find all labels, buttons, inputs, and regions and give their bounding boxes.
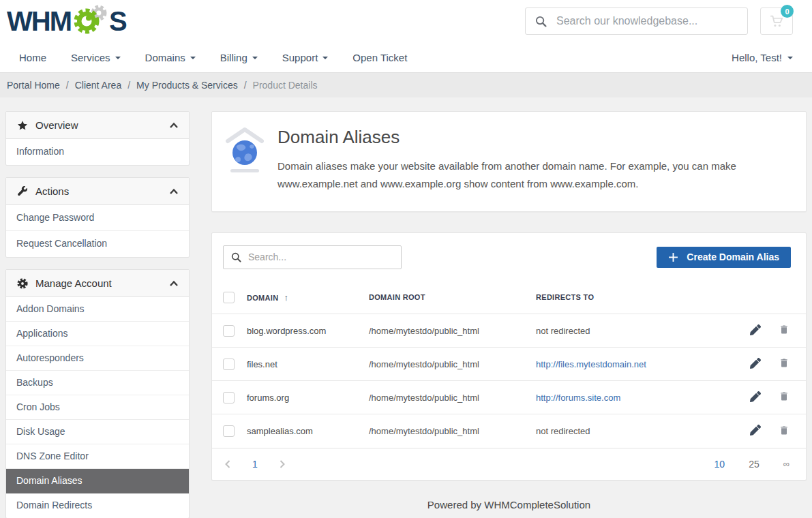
caret-down-icon xyxy=(787,57,793,59)
sidebar: Overview Information Actions xyxy=(5,111,190,518)
delete-icon[interactable] xyxy=(779,357,790,369)
sidebar-item-request-cancellation[interactable]: Request Cancellation xyxy=(6,231,189,257)
redirect-link[interactable]: http://files.mytestdomain.net xyxy=(536,359,646,369)
cell-domain-root: /home/mytestdo/public_html xyxy=(369,314,536,348)
panel-actions-header[interactable]: Actions xyxy=(6,178,189,205)
table-header-row: DOMAIN↑ DOMAIN ROOT REDIRECTS TO xyxy=(212,281,806,314)
sidebar-item-change-password[interactable]: Change Password xyxy=(6,205,189,231)
sidebar-item-domain-aliases[interactable]: Domain Aliases xyxy=(6,469,189,493)
column-redirects-to[interactable]: REDIRECTS TO xyxy=(536,281,730,314)
per-page-10[interactable]: 10 xyxy=(715,459,725,470)
aliases-table-card: Create Domain Alias DOMAIN↑ DOMAIN ROOT … xyxy=(211,232,807,481)
row-checkbox[interactable] xyxy=(223,392,235,403)
chevron-up-icon xyxy=(169,280,179,287)
sidebar-item-disk-usage[interactable]: Disk Usage xyxy=(6,420,189,444)
row-checkbox[interactable] xyxy=(223,359,235,370)
breadcrumb-client-area[interactable]: Client Area xyxy=(75,80,121,91)
logo-text-whm: WHM xyxy=(7,7,71,35)
sidebar-item-autoresponders[interactable]: Autoresponders xyxy=(6,346,189,371)
table-row: samplealias.com /home/mytestdo/public_ht… xyxy=(212,414,806,448)
cell-redirects-to: not redirected xyxy=(536,314,730,348)
cart-count-badge: 0 xyxy=(781,5,794,18)
wrench-icon xyxy=(16,186,28,196)
table-search-input[interactable] xyxy=(248,252,393,262)
panel-manage-account-header[interactable]: Manage Account xyxy=(6,270,189,297)
whmcs-logo[interactable]: WHM S xyxy=(7,3,126,39)
breadcrumb-separator: / xyxy=(244,80,247,91)
sidebar-item-applications[interactable]: Applications xyxy=(6,322,189,346)
prev-page-icon[interactable] xyxy=(224,459,231,469)
sidebar-item-addon-domains[interactable]: Addon Domains xyxy=(6,297,189,322)
edit-icon[interactable] xyxy=(750,425,761,436)
chevron-up-icon xyxy=(169,188,179,195)
powered-by-footer: Powered by WHMCompleteSolution xyxy=(211,499,807,511)
nav-home[interactable]: Home xyxy=(19,52,46,63)
page-header-card: Domain Aliases Domain aliases make your … xyxy=(211,111,807,212)
edit-icon[interactable] xyxy=(750,324,761,335)
sidebar-item-backups[interactable]: Backups xyxy=(6,371,189,395)
cell-domain: files.net xyxy=(247,348,369,381)
account-menu[interactable]: Hello, Test! xyxy=(732,52,793,63)
breadcrumb-separator: / xyxy=(127,80,130,91)
row-checkbox[interactable] xyxy=(223,325,235,337)
cell-redirects-to: not redirected xyxy=(536,414,730,448)
cart-button[interactable]: 0 xyxy=(760,7,793,35)
column-domain[interactable]: DOMAIN↑ xyxy=(247,281,369,314)
content: Overview Information Actions xyxy=(0,97,812,518)
edit-icon[interactable] xyxy=(750,391,761,402)
page: WHM S xyxy=(0,0,812,518)
per-page-options: 10 25 ∞ xyxy=(715,459,790,470)
main-nav: Home Services Domains Billing Support Op… xyxy=(0,42,812,72)
delete-icon[interactable] xyxy=(779,324,790,335)
cell-domain-root: /home/mytestdo/public_html xyxy=(369,348,536,381)
knowledgebase-search xyxy=(525,7,748,35)
nav-billing[interactable]: Billing xyxy=(220,52,258,63)
cell-domain: samplealias.com xyxy=(247,414,369,448)
select-all-checkbox[interactable] xyxy=(223,292,235,303)
breadcrumb-products-services[interactable]: My Products & Services xyxy=(136,80,238,91)
breadcrumb-current: Product Details xyxy=(253,80,318,91)
topbar-right: 0 xyxy=(525,7,793,35)
nav-support[interactable]: Support xyxy=(282,52,329,63)
breadcrumb-separator: / xyxy=(66,80,69,91)
cell-domain: forums.org xyxy=(247,381,369,414)
main: Domain Aliases Domain aliases make your … xyxy=(211,111,807,518)
row-checkbox[interactable] xyxy=(223,425,235,437)
next-page-icon[interactable] xyxy=(279,459,286,469)
edit-icon[interactable] xyxy=(750,358,761,369)
page-header-text: Domain Aliases Domain aliases make your … xyxy=(277,125,785,194)
panel-actions: Actions Change Password Request Cancella… xyxy=(5,177,190,258)
domain-globe-icon xyxy=(226,125,264,194)
per-page-25[interactable]: 25 xyxy=(749,459,760,470)
caret-down-icon xyxy=(190,57,196,59)
caret-down-icon xyxy=(252,57,258,59)
breadcrumb-portal-home[interactable]: Portal Home xyxy=(7,80,60,91)
page-number[interactable]: 1 xyxy=(252,459,258,470)
cell-domain-root: /home/mytestdo/public_html xyxy=(369,414,536,448)
sidebar-item-domain-redirects[interactable]: Domain Redirects xyxy=(6,493,189,518)
create-domain-alias-button[interactable]: Create Domain Alias xyxy=(657,247,791,268)
panel-manage-account: Manage Account Addon Domains Application… xyxy=(5,269,190,518)
knowledgebase-search-input[interactable] xyxy=(556,15,738,27)
aliases-table: DOMAIN↑ DOMAIN ROOT REDIRECTS TO blog.wo… xyxy=(212,281,806,448)
star-icon xyxy=(16,120,28,131)
delete-icon[interactable] xyxy=(779,425,790,436)
caret-down-icon xyxy=(115,57,121,59)
cell-redirects-to: http://forums.site.com xyxy=(536,381,730,414)
nav-services[interactable]: Services xyxy=(71,52,121,63)
nav-open-ticket[interactable]: Open Ticket xyxy=(352,52,407,63)
caret-down-icon xyxy=(322,57,328,59)
column-domain-root[interactable]: DOMAIN ROOT xyxy=(369,281,536,314)
sidebar-item-cron-jobs[interactable]: Cron Jobs xyxy=(6,395,189,420)
chevron-up-icon xyxy=(169,122,179,129)
delete-icon[interactable] xyxy=(779,391,790,402)
logo-gears-icon xyxy=(69,3,111,36)
greeting-label: Hello, Test! xyxy=(732,52,782,63)
nav-domains[interactable]: Domains xyxy=(145,52,196,63)
panel-overview-header[interactable]: Overview xyxy=(6,112,189,139)
redirect-link[interactable]: http://forums.site.com xyxy=(536,393,620,403)
pager: 1 xyxy=(224,459,286,470)
sidebar-item-dns-zone-editor[interactable]: DNS Zone Editor xyxy=(6,444,189,469)
sidebar-item-information[interactable]: Information xyxy=(6,139,189,165)
per-page-all[interactable]: ∞ xyxy=(783,459,790,469)
